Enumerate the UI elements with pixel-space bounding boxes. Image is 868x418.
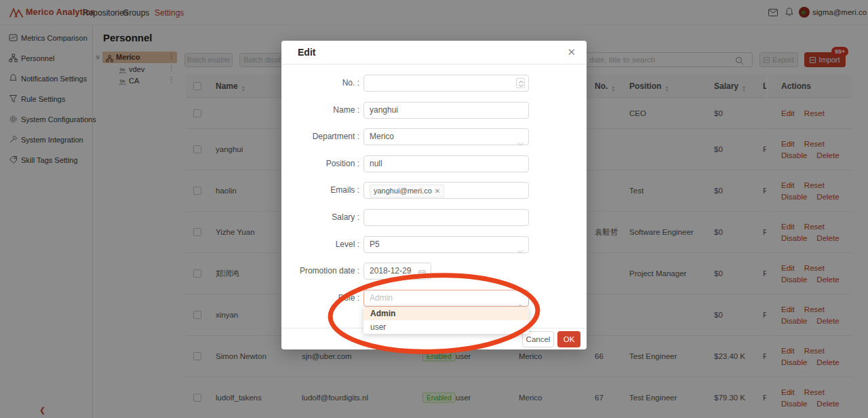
no-number-input[interactable] <box>363 75 529 92</box>
field-label-department: Department : <box>281 128 359 145</box>
edit-modal: Edit ✕ No. : Name : yanghui Department :… <box>281 41 587 349</box>
field-label-level: Level : <box>281 236 359 253</box>
ok-button[interactable]: OK <box>557 331 580 347</box>
field-label-no: No. : <box>281 75 359 92</box>
level-select[interactable]: P5 <box>363 236 529 253</box>
field-label-emails: Emails : <box>281 182 359 199</box>
chevron-down-icon <box>517 244 523 247</box>
name-input[interactable]: yanghui <box>363 102 529 119</box>
role-dropdown: Admin user <box>363 307 529 334</box>
number-stepper-icon[interactable] <box>516 78 525 88</box>
field-label-salary: Salary : <box>281 209 359 226</box>
promotion-date-input[interactable]: 2018-12-29 <box>363 263 431 280</box>
chevron-down-icon <box>517 136 523 139</box>
tag-remove-icon[interactable]: ✕ <box>435 187 440 195</box>
email-tag: yanghui@meri.co✕ <box>370 185 444 197</box>
salary-input[interactable] <box>363 209 529 226</box>
close-icon[interactable]: ✕ <box>567 41 576 63</box>
department-select[interactable]: Merico <box>363 128 529 145</box>
modal-header: Edit ✕ <box>281 41 587 64</box>
field-label-name: Name : <box>281 102 359 119</box>
chevron-up-icon <box>517 297 523 301</box>
calendar-icon <box>418 267 426 283</box>
role-option-admin[interactable]: Admin <box>363 307 529 320</box>
emails-input[interactable]: yanghui@meri.co✕ <box>363 182 529 199</box>
modal-title: Edit <box>298 41 315 64</box>
position-input[interactable]: null <box>363 155 529 172</box>
field-label-position: Position : <box>281 155 359 172</box>
field-label-role: Role : <box>281 290 359 307</box>
role-option-user[interactable]: user <box>363 320 529 334</box>
role-select[interactable]: Admin <box>363 290 529 307</box>
app-root: Merico Analytics Repositories Groups Set… <box>0 0 868 418</box>
field-label-promotion-date: Promotion date : <box>281 263 359 280</box>
